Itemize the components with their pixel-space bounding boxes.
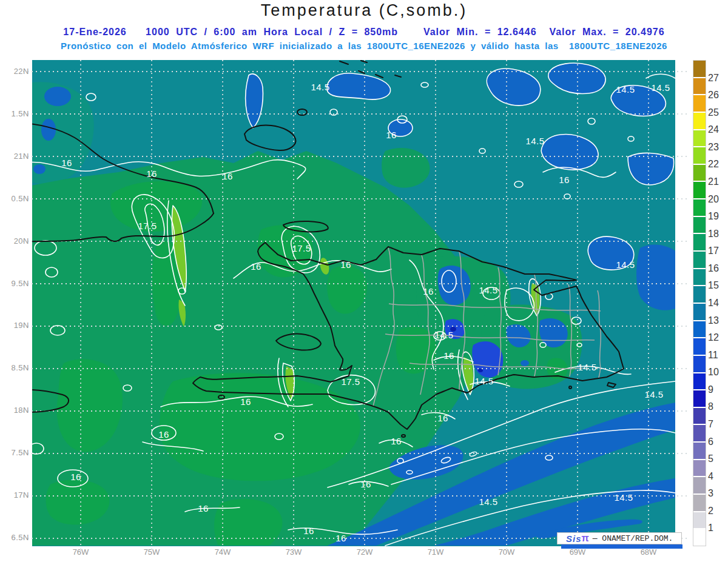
contour-label: 16 xyxy=(443,350,454,361)
colorbar-tick-label: 26 xyxy=(708,90,719,101)
attribution-text: — ONAMET/REP.DOM. xyxy=(593,534,673,543)
colorbar-tick-label: 6 xyxy=(708,437,713,447)
contour-label: 14.5 xyxy=(434,330,453,340)
contour-label: 14.5 xyxy=(311,82,329,92)
map-canvas xyxy=(21,60,687,549)
colorbar-tick-label: 13 xyxy=(708,315,719,326)
contour-label: 16 xyxy=(198,503,209,513)
weather-map-page: Temperatura (C,somb.) 17-Ene-2026 1000 U… xyxy=(0,0,728,562)
colorbar-segment xyxy=(693,338,706,355)
lat-tick-label: 7.5N xyxy=(0,448,29,457)
colorbar-tick-label: 25 xyxy=(708,107,719,118)
colorbar-tick-label: 16 xyxy=(708,263,719,274)
lon-tick-label: 68W xyxy=(633,547,664,557)
colorbar-tick-label: 24 xyxy=(708,124,719,135)
attribution-underline xyxy=(561,544,682,549)
lat-tick-label: 18N xyxy=(0,406,29,415)
colorbar-tick-label: 1 xyxy=(708,523,713,534)
colorbar-tick-label: 15 xyxy=(708,280,719,291)
sispi-logo-pi: π xyxy=(582,533,589,544)
contour-label: 17.5 xyxy=(292,243,311,253)
colorbar-tick-label: 18 xyxy=(708,229,719,239)
lat-tick-label: 20N xyxy=(0,236,29,246)
lat-tick-label: 17N xyxy=(0,490,29,500)
colorbar-tick-label: 12 xyxy=(708,332,719,343)
colorbar-segment xyxy=(693,529,706,546)
colorbar-tick-label: 17 xyxy=(708,246,719,256)
colorbar-tick-label: 5 xyxy=(708,453,713,464)
colorbar-tick-label: 8 xyxy=(708,401,713,412)
contour-label: 14.5 xyxy=(578,362,596,372)
colorbar-tick-label: 23 xyxy=(708,142,719,153)
colorbar-segment xyxy=(693,269,706,286)
colorbar-tick-label: 14 xyxy=(708,298,719,309)
colorbar-tick-label: 21 xyxy=(708,176,719,187)
contour-label: 16 xyxy=(61,158,72,168)
colorbar-tick-label: 22 xyxy=(708,159,719,170)
colorbar-segment xyxy=(693,95,706,112)
forecast-init-line: Pronóstico con el Modelo Atmósferico WRF… xyxy=(0,41,728,51)
contour-label: 16 xyxy=(146,169,157,179)
colorbar-segment xyxy=(693,147,706,164)
lon-tick-label: 70W xyxy=(491,547,522,557)
contour-label: 16 xyxy=(423,286,434,296)
colorbar-segment xyxy=(693,408,706,424)
contour-label: 16 xyxy=(360,479,371,489)
lon-tick-label: 74W xyxy=(207,547,238,557)
contour-label: 16 xyxy=(437,413,448,423)
colorbar-segment xyxy=(693,304,706,320)
colorbar-segment xyxy=(693,199,706,216)
colorbar-tick-label: 9 xyxy=(708,384,713,395)
colorbar-segment xyxy=(693,390,706,407)
contour-label: 16 xyxy=(335,533,346,543)
colorbar-segment xyxy=(693,234,706,250)
colorbar-segment xyxy=(693,321,706,338)
forecast-valid-line: 17-Ene-2026 1000 UTC / 6:00 am Hora Loca… xyxy=(0,27,728,38)
colorbar-tick-label: 4 xyxy=(708,471,713,482)
colorbar-tick-label: 20 xyxy=(708,194,719,205)
colorbar-segment xyxy=(693,61,706,77)
lon-tick-label: 73W xyxy=(278,547,309,557)
lon-tick-label: 75W xyxy=(136,547,167,557)
contour-label: 14.5 xyxy=(479,285,497,295)
colorbar-segment xyxy=(693,217,706,233)
contour-label: 17.5 xyxy=(138,221,157,231)
lat-tick-label: 21N xyxy=(0,152,29,161)
contour-label: 16 xyxy=(158,429,169,440)
contour-label: 14.5 xyxy=(644,389,663,400)
lat-tick-label: 19N xyxy=(0,321,29,330)
contour-label: 14.5 xyxy=(474,376,493,386)
lat-tick-label: 0.5N xyxy=(0,194,29,203)
page-title: Temperatura (C,somb.) xyxy=(0,1,728,20)
colorbar-segment xyxy=(693,512,706,529)
colorbar-tick-label: 3 xyxy=(708,488,713,499)
colorbar-segment xyxy=(693,443,706,459)
colorbar-segment xyxy=(693,373,706,390)
contour-label: 16 xyxy=(391,436,402,446)
colorbar-segment xyxy=(693,460,706,477)
colorbar-segment xyxy=(693,356,706,372)
lat-tick-label: 6.5N xyxy=(0,533,29,542)
lon-tick-label: 69W xyxy=(562,547,593,557)
lon-tick-label: 71W xyxy=(420,547,451,557)
contour-label: 14.5 xyxy=(525,136,544,146)
lat-tick-label: 9.5N xyxy=(0,279,29,288)
colorbar-segment xyxy=(693,495,706,511)
colorbar-segment xyxy=(693,425,706,441)
colorbar-segment xyxy=(693,165,706,181)
contour-label: 14.5 xyxy=(479,497,497,507)
contour-label: 16 xyxy=(240,396,251,407)
contour-label: 17.5 xyxy=(341,376,360,387)
lat-tick-label: 8.5N xyxy=(0,363,29,372)
colorbar-tick-label: 11 xyxy=(708,350,718,361)
contour-label: 14.5 xyxy=(616,84,635,95)
lon-tick-label: 76W xyxy=(66,547,96,557)
contour-label: 16 xyxy=(251,261,261,272)
colorbar-segment xyxy=(693,113,706,129)
colorbar-tick-label: 2 xyxy=(708,506,713,517)
lon-tick-label: 72W xyxy=(349,547,380,557)
contour-label: 16 xyxy=(303,526,314,536)
colorbar-tick-label: 19 xyxy=(708,211,719,222)
attribution-box: Sisπ— ONAMET/REP.DOM. xyxy=(557,532,682,544)
contour-label: 14.5 xyxy=(651,82,670,93)
